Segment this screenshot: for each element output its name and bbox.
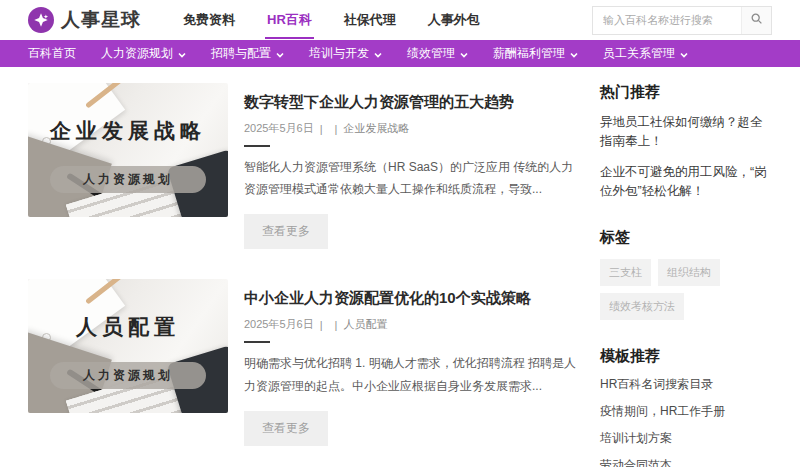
article-thumbnail[interactable]: 人员配置 人力资源规划 <box>28 279 228 413</box>
thumbnail-badge: 人力资源规划 <box>50 166 206 193</box>
wikinav-training-label: 培训与开发 <box>309 45 369 62</box>
article-row: 企业发展战略 人力资源规划 数字转型下企业人力资源管理的五大趋势 2025年5月… <box>28 83 580 249</box>
meta-separator: | <box>335 319 338 331</box>
wikinav-home-label: 百科首页 <box>28 45 76 62</box>
article-body: 数字转型下企业人力资源管理的五大趋势 2025年5月6日 | | 企业发展战略 … <box>244 83 580 249</box>
article-body: 中小企业人力资源配置优化的10个实战策略 2025年5月6日 | | 人员配置 … <box>244 279 580 445</box>
tag-pill[interactable]: 三支柱 <box>600 259 651 286</box>
hot-item-link[interactable]: 异地员工社保如何缴纳？超全指南奉上！ <box>600 113 772 152</box>
template-link[interactable]: HR百科名词搜索目录 <box>600 376 772 393</box>
search-box <box>592 6 772 35</box>
search-icon <box>750 12 763 28</box>
article-excerpt: 明确需求与优化招聘 1. 明确人才需求，优化招聘流程 招聘是人力资源管理的起点。… <box>244 352 580 396</box>
site-title: 人事星球 <box>61 7 141 33</box>
wikinav-recruiting[interactable]: 招聘与配置 <box>211 45 284 62</box>
nav-hr-wiki[interactable]: HR百科 <box>265 7 314 33</box>
template-link[interactable]: 疫情期间，HR工作手册 <box>600 403 772 420</box>
read-more-button[interactable]: 查看更多 <box>244 214 328 249</box>
article-title[interactable]: 中小企业人力资源配置优化的10个实战策略 <box>244 289 580 308</box>
meta-divider <box>244 341 270 343</box>
hot-item-link[interactable]: 企业不可避免的用工风险，“岗位外包”轻松化解！ <box>600 163 772 202</box>
chevron-down-icon <box>680 47 688 61</box>
article-thumbnail[interactable]: 企业发展战略 人力资源规划 <box>28 83 228 217</box>
article-excerpt: 智能化人力资源管理系统（HR SaaS）的广泛应用 传统的人力资源管理模式通常依… <box>244 156 580 200</box>
article-meta: 2025年5月6日 | | 企业发展战略 <box>244 121 580 136</box>
article-row: 人员配置 人力资源规划 中小企业人力资源配置优化的10个实战策略 2025年5月… <box>28 279 580 445</box>
tag-pill[interactable]: 绩效考核方法 <box>600 293 684 320</box>
thumbnail-heading: 企业发展战略 <box>28 117 228 145</box>
search-button[interactable] <box>741 7 771 34</box>
chevron-down-icon <box>178 47 186 61</box>
chevron-down-icon <box>374 47 382 61</box>
thumbnail-badge: 人力资源规划 <box>50 362 206 389</box>
wikinav-training[interactable]: 培训与开发 <box>309 45 382 62</box>
meta-separator: | <box>335 123 338 135</box>
thumbnail-heading: 人员配置 <box>28 313 228 341</box>
tag-list: 三支柱 组织结构 绩效考核方法 <box>600 259 772 320</box>
article-category-link[interactable]: 企业发展战略 <box>343 121 409 136</box>
top-nav: 免费资料 HR百科 社保代理 人事外包 <box>181 0 482 40</box>
wiki-navbar: 百科首页 人力资源规划 招聘与配置 培训与开发 绩效管理 薪酬福利管理 员工关系… <box>0 40 800 67</box>
templates-title: 模板推荐 <box>600 347 772 366</box>
article-category-link[interactable]: 人员配置 <box>343 317 387 332</box>
chevron-down-icon <box>570 47 578 61</box>
wikinav-home[interactable]: 百科首页 <box>28 45 76 62</box>
wikinav-compensation-label: 薪酬福利管理 <box>493 45 565 62</box>
template-link[interactable]: 培训计划方案 <box>600 430 772 447</box>
tag-pill[interactable]: 组织结构 <box>658 259 720 286</box>
nav-social-insurance[interactable]: 社保代理 <box>342 7 398 33</box>
search-input[interactable] <box>593 7 741 34</box>
tags-title: 标签 <box>600 228 772 247</box>
wikinav-performance-label: 绩效管理 <box>407 45 455 62</box>
wikinav-performance[interactable]: 绩效管理 <box>407 45 468 62</box>
hot-recommendations-title: 热门推荐 <box>600 83 772 102</box>
nav-free-resources[interactable]: 免费资料 <box>181 7 237 33</box>
wikinav-recruiting-label: 招聘与配置 <box>211 45 271 62</box>
article-date: 2025年5月6日 <box>244 121 314 136</box>
meta-separator: | <box>320 123 323 135</box>
star-planet-logo-icon <box>28 7 54 33</box>
site-header: 人事星球 免费资料 HR百科 社保代理 人事外包 <box>0 0 800 40</box>
meta-divider <box>244 145 270 147</box>
meta-separator: | <box>320 319 323 331</box>
wikinav-hr-planning-label: 人力资源规划 <box>101 45 173 62</box>
article-title[interactable]: 数字转型下企业人力资源管理的五大趋势 <box>244 93 580 112</box>
site-logo[interactable]: 人事星球 <box>28 7 141 33</box>
chevron-down-icon <box>276 47 284 61</box>
read-more-button[interactable]: 查看更多 <box>244 411 328 446</box>
article-list: 企业发展战略 人力资源规划 数字转型下企业人力资源管理的五大趋势 2025年5月… <box>28 83 580 467</box>
sidebar: 热门推荐 异地员工社保如何缴纳？超全指南奉上！ 企业不可避免的用工风险，“岗位外… <box>600 83 772 467</box>
chevron-down-icon <box>460 47 468 61</box>
article-date: 2025年5月6日 <box>244 317 314 332</box>
article-meta: 2025年5月6日 | | 人员配置 <box>244 317 580 332</box>
wikinav-hr-planning[interactable]: 人力资源规划 <box>101 45 186 62</box>
page-content: 企业发展战略 人力资源规划 数字转型下企业人力资源管理的五大趋势 2025年5月… <box>0 67 800 467</box>
wikinav-employee-relations[interactable]: 员工关系管理 <box>603 45 688 62</box>
wikinav-compensation[interactable]: 薪酬福利管理 <box>493 45 578 62</box>
wikinav-employee-relations-label: 员工关系管理 <box>603 45 675 62</box>
nav-hr-outsourcing[interactable]: 人事外包 <box>426 7 482 33</box>
template-link[interactable]: 劳动合同范本 <box>600 457 772 467</box>
